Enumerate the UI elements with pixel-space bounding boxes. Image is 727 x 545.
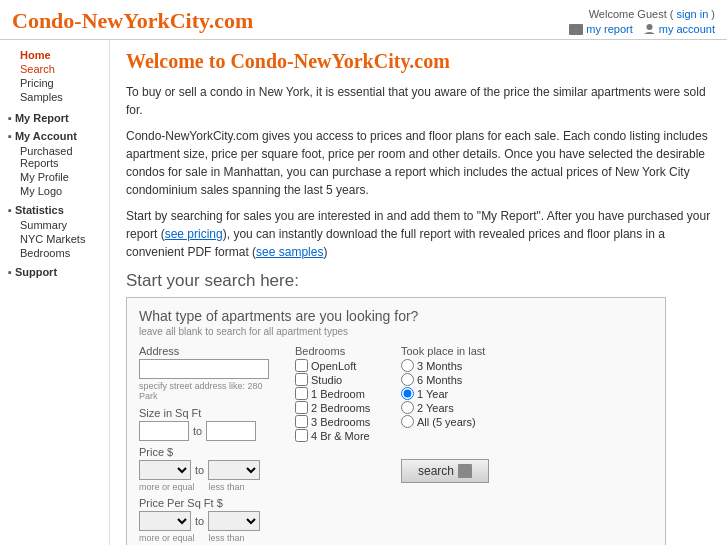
bedroom-3[interactable]: 3 Bedrooms xyxy=(295,415,385,428)
bedroom-4plus[interactable]: 4 Br & More xyxy=(295,429,385,442)
bullet-icon: ▪ xyxy=(8,204,12,216)
sqft-max-input[interactable] xyxy=(206,421,256,441)
sidebar-item-my-profile[interactable]: My Profile xyxy=(8,170,101,184)
my-report-section: ▪ My Report xyxy=(8,112,101,124)
see-pricing-link[interactable]: see pricing xyxy=(165,227,223,241)
sqft-to-label: to xyxy=(193,425,202,437)
bedroom-studio[interactable]: Studio xyxy=(295,373,385,386)
time-6months[interactable]: 6 Months xyxy=(401,373,493,386)
time-all-radio[interactable] xyxy=(401,415,414,428)
time-all[interactable]: All (5 years) xyxy=(401,415,493,428)
see-samples-link[interactable]: see samples xyxy=(256,245,323,259)
sidebar-item-bedrooms[interactable]: Bedrooms xyxy=(8,246,101,260)
bedroom-1-checkbox[interactable] xyxy=(295,387,308,400)
price-per-sqft-min-select[interactable] xyxy=(139,511,191,531)
bullet-icon: ▪ xyxy=(8,130,12,142)
bedroom-openloft[interactable]: OpenLoft xyxy=(295,359,385,372)
sidebar-item-home[interactable]: Home xyxy=(8,48,101,62)
address-input[interactable] xyxy=(139,359,269,379)
intro-para-1: To buy or sell a condo in New York, it i… xyxy=(126,83,711,119)
price-less-than: less than xyxy=(209,482,245,492)
bullet-icon: ▪ xyxy=(8,266,12,278)
home-label: Home xyxy=(20,49,51,61)
sidebar-item-pricing[interactable]: Pricing xyxy=(8,76,101,90)
bedroom-2-checkbox[interactable] xyxy=(295,401,308,414)
bedroom-openloft-checkbox[interactable] xyxy=(295,359,308,372)
sidebar-item-nyc-markets[interactable]: NYC Markets xyxy=(8,232,101,246)
search-button-row: search xyxy=(401,459,493,483)
address-group: Address specify street address like: 280… xyxy=(139,345,279,543)
time-1year[interactable]: 1 Year xyxy=(401,387,493,400)
my-account-link[interactable]: my account xyxy=(643,23,715,35)
price-per-sqft-more-or-equal: more or equal xyxy=(139,533,195,543)
bedroom-4plus-checkbox[interactable] xyxy=(295,429,308,442)
intro-para-3: Start by searching for sales you are int… xyxy=(126,207,711,261)
search-button[interactable]: search xyxy=(401,459,489,483)
bedrooms-group: Bedrooms OpenLoft Studio 1 Bedroom 2 Bed… xyxy=(295,345,385,543)
time-6months-radio[interactable] xyxy=(401,373,414,386)
search-button-icon xyxy=(458,464,472,478)
price-label: Price $ xyxy=(139,446,279,458)
time-3months[interactable]: 3 Months xyxy=(401,359,493,372)
time-label: Took place in last xyxy=(401,345,493,357)
price-max-select[interactable] xyxy=(208,460,260,480)
search-button-label: search xyxy=(418,464,454,478)
pricing-label: Pricing xyxy=(20,77,54,89)
bullet-icon: ▪ xyxy=(8,112,12,124)
search-box: What type of apartments are you looking … xyxy=(126,297,666,545)
price-more-or-equal: more or equal xyxy=(139,482,195,492)
address-label: Address xyxy=(139,345,279,357)
sidebar-item-search[interactable]: Search xyxy=(8,62,101,76)
my-report-link[interactable]: my report xyxy=(569,23,632,35)
time-1year-radio[interactable] xyxy=(401,387,414,400)
sign-in-link[interactable]: sign in xyxy=(676,8,708,20)
sqft-label: Size in Sq Ft xyxy=(139,407,279,419)
time-3months-radio[interactable] xyxy=(401,359,414,372)
sqft-min-input[interactable] xyxy=(139,421,189,441)
search-box-title: What type of apartments are you looking … xyxy=(139,308,653,324)
sidebar-item-my-logo[interactable]: My Logo xyxy=(8,184,101,198)
price-per-sqft-max-select[interactable] xyxy=(208,511,260,531)
site-title: Condo-NewYorkCity.com xyxy=(12,8,253,34)
page-heading: Welcome to Condo-NewYorkCity.com xyxy=(126,50,711,73)
time-2years-radio[interactable] xyxy=(401,401,414,414)
bedroom-3-checkbox[interactable] xyxy=(295,415,308,428)
search-section-title: Start your search here: xyxy=(126,271,711,291)
time-group: Took place in last 3 Months 6 Months 1 Y… xyxy=(401,345,493,543)
price-per-sqft-label: Price Per Sq Ft $ xyxy=(139,497,279,509)
sidebar-item-summary[interactable]: Summary xyxy=(8,218,101,232)
support-section: ▪ Support xyxy=(8,266,101,278)
intro-para-2: Condo-NewYorkCity.com gives you access t… xyxy=(126,127,711,199)
my-account-section: ▪ My Account xyxy=(8,130,101,142)
bedroom-studio-checkbox[interactable] xyxy=(295,373,308,386)
price-to-label: to xyxy=(195,464,204,476)
welcome-text: Welcome Guest ( sign in ) xyxy=(569,8,715,20)
time-2years[interactable]: 2 Years xyxy=(401,401,493,414)
bedroom-2[interactable]: 2 Bedrooms xyxy=(295,401,385,414)
sidebar-item-samples[interactable]: Samples xyxy=(8,90,101,104)
search-label: Search xyxy=(20,63,55,75)
samples-label: Samples xyxy=(20,91,63,103)
price-min-select[interactable] xyxy=(139,460,191,480)
report-icon xyxy=(569,24,583,35)
bedroom-1[interactable]: 1 Bedroom xyxy=(295,387,385,400)
account-icon xyxy=(643,23,656,35)
search-box-subtitle: leave all blank to search for all apartm… xyxy=(139,326,653,337)
svg-point-0 xyxy=(646,24,652,30)
price-per-sqft-to-label: to xyxy=(195,515,204,527)
statistics-section: ▪ Statistics xyxy=(8,204,101,216)
address-hint: specify street address like: 280 Park xyxy=(139,381,279,401)
sidebar-item-purchased-reports[interactable]: Purchased Reports xyxy=(8,144,101,170)
bedrooms-label: Bedrooms xyxy=(295,345,385,357)
price-per-sqft-less-than: less than xyxy=(209,533,245,543)
